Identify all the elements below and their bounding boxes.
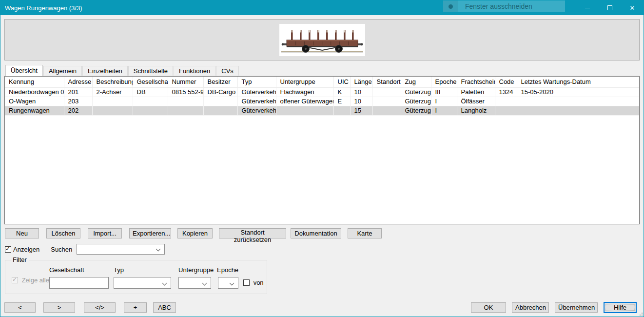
search-row: ✓ Anzeigen Suchen: [4, 244, 640, 255]
typ-combobox[interactable]: [114, 277, 171, 289]
column-header[interactable]: Kennung: [5, 77, 64, 87]
kopieren-button[interactable]: Kopieren: [177, 228, 213, 238]
suchen-combobox[interactable]: [77, 244, 165, 255]
tab-einzelheiten[interactable]: Einzelheiten: [82, 66, 128, 76]
check-icon: ✓: [12, 276, 17, 283]
table-row[interactable]: O-Wagen203Güterverkehroffener Güterwagen…: [5, 97, 639, 106]
table-row[interactable]: Niederbordwagen 032012-AchserDB0815 552-…: [5, 87, 639, 97]
anzeigen-checkbox[interactable]: ✓: [5, 246, 11, 253]
table-cell: III: [431, 87, 457, 97]
table-cell: DB-Cargo: [203, 87, 237, 97]
table-cell: [133, 97, 168, 106]
table-cell: Paletten: [457, 87, 495, 97]
column-header[interactable]: Besitzer: [203, 77, 237, 87]
next-button[interactable]: >: [43, 302, 75, 313]
table-cell: 15-05-2020: [517, 87, 639, 97]
abbrechen-button[interactable]: Abbrechen: [512, 302, 549, 313]
chevron-down-icon: [202, 281, 207, 286]
filter-legend: Filter: [11, 256, 29, 263]
table-cell: [372, 87, 401, 97]
table-cell: O-Wagen: [5, 97, 64, 106]
dialog-window: Wagen Rungenwagen (3/3) Fenster ausschne…: [0, 0, 644, 317]
table-cell: 201: [64, 87, 92, 97]
table-cell: [517, 97, 639, 106]
dokumentation-button[interactable]: Dokumentation: [291, 228, 341, 238]
von-checkbox[interactable]: [243, 279, 250, 286]
karte-button[interactable]: Karte: [348, 228, 382, 238]
column-header[interactable]: Nummer: [168, 77, 203, 87]
standort-zuruecksetzen-button[interactable]: Standort zurücksetzen: [219, 228, 286, 238]
table-cell: 1324: [495, 87, 517, 97]
column-header[interactable]: Gesellschaft: [133, 77, 168, 87]
abc-button[interactable]: ABC: [153, 302, 176, 313]
table-cell: [203, 106, 237, 115]
table-header-row: KennungAdresseBeschreibungGesellschaftNu…: [5, 77, 639, 87]
column-header[interactable]: Code: [495, 77, 517, 87]
column-header[interactable]: Beschreibung: [92, 77, 133, 87]
filter-group: Filter ✓ Zeige alle Gesellschaft Typ Unt…: [5, 260, 267, 294]
code-button[interactable]: </>: [84, 302, 116, 313]
table-cell: [372, 106, 401, 115]
loeschen-button[interactable]: Löschen: [46, 228, 80, 238]
zeige-alle-label: Zeige alle: [22, 277, 49, 284]
column-header[interactable]: Letztes Wartungs-Datum: [517, 77, 639, 87]
menu-item-label: Fenster ausschneiden: [465, 2, 532, 10]
table-cell: K: [333, 87, 350, 97]
table-cell: Güterzug: [401, 97, 431, 106]
table-cell: 15: [350, 106, 372, 115]
toolbar: Neu Löschen Import... Exportieren... Kop…: [4, 228, 640, 238]
column-header[interactable]: Untergruppe: [276, 77, 333, 87]
table-cell: offener Güterwagen: [276, 97, 333, 106]
suchen-label: Suchen: [51, 246, 72, 253]
table-cell: Güterverkehr: [237, 97, 276, 106]
minimize-button[interactable]: [576, 0, 599, 15]
tab-allgemein[interactable]: Allgemein: [43, 66, 82, 76]
maximize-button[interactable]: [599, 0, 621, 15]
exportieren-button[interactable]: Exportieren...: [129, 228, 171, 238]
table-cell: Flachwagen: [276, 87, 333, 97]
gesellschaft-input[interactable]: [49, 277, 109, 289]
caption-buttons: ✕: [576, 0, 644, 15]
table-cell: Langholz: [457, 106, 495, 115]
uebernehmen-button[interactable]: Übernehmen: [555, 302, 598, 313]
untergruppe-combobox[interactable]: [178, 277, 211, 289]
tab-funktionen[interactable]: Funktionen: [174, 66, 215, 76]
von-label: von: [254, 279, 264, 286]
table-cell: [203, 97, 237, 106]
column-header[interactable]: Epoche: [431, 77, 457, 87]
table-cell: 203: [64, 97, 92, 106]
menu-item-icon-cell: [443, 0, 458, 12]
column-header[interactable]: Frachtschein: [457, 77, 495, 87]
tab-strip: Übersicht Allgemein Einzelheiten Schnitt…: [4, 65, 640, 76]
wagon-list[interactable]: KennungAdresseBeschreibungGesellschaftNu…: [4, 76, 640, 224]
chevron-down-icon: [230, 281, 234, 286]
table-cell: [92, 106, 133, 115]
table-cell: I: [431, 97, 457, 106]
column-header[interactable]: Zug: [401, 77, 431, 87]
column-header[interactable]: Länge: [350, 77, 372, 87]
column-header[interactable]: Adresse: [64, 77, 92, 87]
ok-button[interactable]: OK: [471, 302, 506, 313]
prev-button[interactable]: <: [4, 302, 36, 313]
neu-button[interactable]: Neu: [5, 228, 39, 238]
epoche-combobox[interactable]: [218, 277, 238, 289]
tab-schnittstelle[interactable]: Schnittstelle: [128, 66, 173, 76]
table-cell: [495, 106, 517, 115]
resize-grip[interactable]: [637, 310, 643, 316]
plus-button[interactable]: +: [124, 302, 147, 313]
column-header[interactable]: UIC: [333, 77, 350, 87]
gesellschaft-label: Gesellschaft: [49, 266, 84, 274]
tab-uebersicht[interactable]: Übersicht: [5, 65, 43, 76]
column-header[interactable]: Typ: [237, 77, 276, 87]
minimize-icon: [585, 8, 590, 8]
tab-cvs[interactable]: CVs: [216, 66, 239, 76]
table-cell: Ölfässer: [457, 97, 495, 106]
table-row[interactable]: Rungenwagen202Güterverkehr15GüterzugILan…: [5, 106, 639, 115]
snip-menu-item-fenster-ausschneiden[interactable]: Fenster ausschneiden: [443, 0, 565, 12]
table-cell: I: [431, 106, 457, 115]
hilfe-button[interactable]: Hilfe: [604, 302, 637, 313]
close-button[interactable]: ✕: [621, 0, 644, 15]
import-button[interactable]: Import...: [88, 228, 122, 238]
column-header[interactable]: Standort: [372, 77, 401, 87]
table-cell: [333, 106, 350, 115]
